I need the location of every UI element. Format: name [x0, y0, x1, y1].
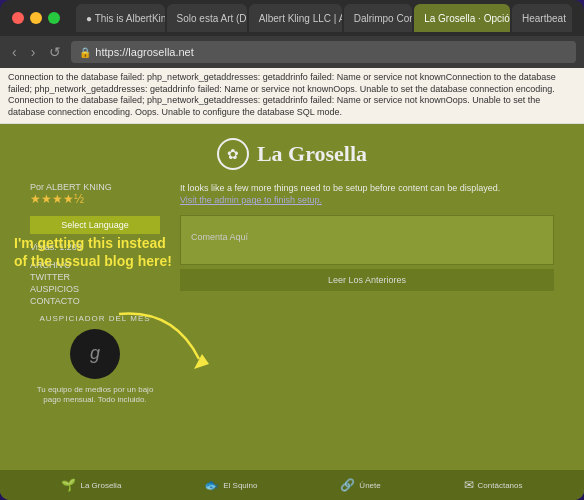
browser-window: ● This is AlbertKing.com Solo esta Art (…: [0, 0, 584, 500]
setup-message-text: It looks like a few more things need to …: [180, 183, 500, 193]
maximize-button[interactable]: [48, 12, 60, 24]
bottom-nav-label-3: Únete: [359, 481, 380, 490]
main-layout: Por ALBERT KNING ★★★★½ Select Language V…: [0, 178, 584, 470]
lagrosella-icon: 🌱: [61, 478, 76, 492]
nav-bar: ‹ › ↺ 🔒 https://lagrosella.net: [0, 36, 584, 68]
bottom-nav-label-1: La Grosella: [80, 481, 121, 490]
main-content-area: It looks like a few more things need to …: [180, 178, 554, 470]
bottom-nav-item-squino[interactable]: 🐟 El Squino: [204, 478, 257, 492]
close-button[interactable]: [12, 12, 24, 24]
error-bar: Connection to the database failed: php_n…: [0, 68, 584, 124]
error-text: Connection to the database failed: php_n…: [8, 72, 556, 117]
nav-twitter[interactable]: TWITTER: [30, 272, 160, 282]
url-text: https://lagrosella.net: [95, 46, 193, 58]
title-bar: ● This is AlbertKing.com Solo esta Art (…: [0, 0, 584, 36]
address-bar[interactable]: 🔒 https://lagrosella.net: [71, 41, 576, 63]
bottom-nav: 🌱 La Grosella 🐟 El Squino 🔗 Únete ✉ Cont…: [0, 470, 584, 500]
bottom-nav-item-lagrosella[interactable]: 🌱 La Grosella: [61, 478, 121, 492]
tab-bar: ● This is AlbertKing.com Solo esta Art (…: [76, 4, 572, 32]
tab-3[interactable]: Albert Kling LLC | Albert...: [249, 4, 342, 32]
bottom-nav-item-unete[interactable]: 🔗 Únete: [340, 478, 380, 492]
reload-button[interactable]: ↺: [45, 42, 65, 62]
setup-message: It looks like a few more things need to …: [180, 182, 554, 207]
read-more-button[interactable]: Leer Los Anteriores: [180, 269, 554, 291]
tab-6[interactable]: Heartbeat: [512, 4, 572, 32]
sponsor-description: Tu equipo de medios por un bajo pago men…: [30, 385, 160, 406]
sponsor-logo-text: g: [90, 343, 100, 364]
annotation-arrow-icon: [114, 304, 214, 384]
bottom-nav-item-contactanos[interactable]: ✉ Contáctanos: [464, 478, 523, 492]
star-rating: ★★★★½: [30, 192, 160, 206]
site-header: ✿ La Grosella: [0, 124, 584, 178]
squino-icon: 🐟: [204, 478, 219, 492]
unete-icon: 🔗: [340, 478, 355, 492]
logo-symbol: ✿: [227, 146, 239, 162]
tab-2[interactable]: Solo esta Art (Daniel): [167, 4, 247, 32]
admin-setup-link[interactable]: Visit the admin page to finish setup.: [180, 195, 322, 205]
lock-icon: 🔒: [79, 47, 91, 58]
contactanos-icon: ✉: [464, 478, 474, 492]
annotation-text: I'm getting this instead of the ussual b…: [14, 235, 172, 269]
minimize-button[interactable]: [30, 12, 42, 24]
bottom-nav-label-4: Contáctanos: [478, 481, 523, 490]
page-content: I'm getting this instead of the ussual b…: [0, 124, 584, 500]
tab-1[interactable]: ● This is AlbertKing.com: [76, 4, 165, 32]
bottom-nav-label-2: El Squino: [223, 481, 257, 490]
tab-4[interactable]: Dalrimpo Comics: [344, 4, 413, 32]
comment-box[interactable]: Comenta Aquí: [180, 215, 554, 265]
forward-button[interactable]: ›: [27, 42, 40, 62]
tab-5-active[interactable]: La Grosella · Opción que...: [414, 4, 510, 32]
author-label: Por ALBERT KNING: [30, 182, 160, 192]
sponsor-logo: g: [70, 329, 120, 379]
back-button[interactable]: ‹: [8, 42, 21, 62]
select-language-button[interactable]: Select Language: [30, 216, 160, 234]
site-title: La Grosella: [257, 141, 367, 167]
site-logo: ✿ La Grosella: [0, 138, 584, 170]
logo-icon: ✿: [217, 138, 249, 170]
comment-placeholder: Comenta Aquí: [191, 232, 248, 242]
nav-auspicios[interactable]: AUSPICIOS: [30, 284, 160, 294]
annotation-overlay: I'm getting this instead of the ussual b…: [14, 234, 174, 270]
traffic-lights: [12, 12, 60, 24]
